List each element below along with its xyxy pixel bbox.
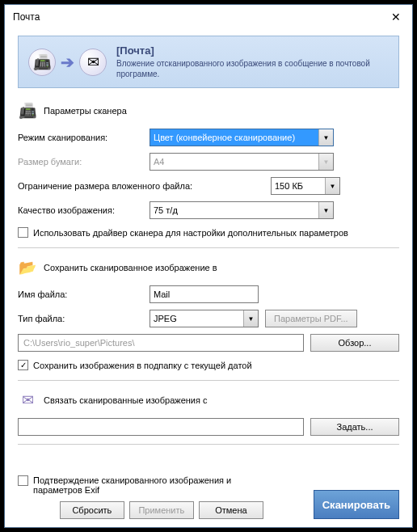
scanner-section-title: Параметры сканера [44,106,127,116]
divider [18,247,399,248]
pdf-params-button: Параметры PDF... [265,310,357,327]
window-title: Почта [13,11,40,23]
banner-description: Вложение отсканированного изображения в … [116,58,389,79]
use-driver-label: Использовать драйвер сканера для настрой… [33,228,348,238]
scan-mode-value: Цвет (конвейерное сканирование) [154,133,295,142]
divider [18,444,399,445]
image-quality-label: Качество изображения: [18,205,143,215]
chevron-down-icon: ▼ [243,310,258,327]
titlebar: Почта ✕ [5,5,412,29]
link-section-header: ✉ Связать сканированные изображения с [18,391,399,410]
arrow-icon: ➔ [61,53,74,72]
attachment-limit-label: Ограничение размера вложенного файла: [18,181,264,191]
confirm-label: Подтверждение сканированного изображения… [33,475,243,495]
paper-size-label: Размер бумаги: [18,157,143,167]
scanner-section-header: 📠 Параметры сканера [18,101,399,120]
confirm-checkbox[interactable] [18,475,28,486]
scan-mode-select[interactable]: Цвет (конвейерное сканирование) ▼ [150,129,334,146]
chevron-down-icon: ▼ [325,178,339,194]
attachment-limit-value: 150 КБ [275,181,303,191]
banner-icons: 📠 ➔ ✉ [28,49,107,76]
scanner-section-icon: 📠 [18,101,37,120]
scan-mode-label: Режим сканирования: [18,133,143,142]
paper-size-value: A4 [154,157,164,167]
use-driver-checkbox[interactable] [18,227,28,238]
subfolder-label: Сохранить изображения в подпапку с текущ… [33,361,252,370]
scan-button[interactable]: Сканировать [314,490,399,519]
save-section-title: Сохранить сканированное изображение в [44,263,217,272]
dialog-window: Почта ✕ 📠 ➔ ✉ [Почта] Вложение отсканиро… [4,4,413,528]
divider [18,380,399,381]
filename-label: Имя файла: [18,289,143,299]
link-display [18,418,304,436]
subfolder-checkbox[interactable]: ✓ [18,360,28,370]
filetype-select[interactable]: JPEG ▼ [150,310,259,327]
footer: Подтверждение сканированного изображения… [18,471,399,519]
image-quality-select[interactable]: 75 т/д ▼ [150,201,334,219]
banner: 📠 ➔ ✉ [Почта] Вложение отсканированного … [18,36,399,88]
banner-text: [Почта] Вложение отсканированного изобра… [116,44,389,79]
image-quality-value: 75 т/д [154,205,178,215]
cancel-button[interactable]: Отмена [199,501,263,519]
filetype-label: Тип файла: [18,314,143,323]
chevron-down-icon: ▼ [318,202,333,218]
content-area: 📠 ➔ ✉ [Почта] Вложение отсканированного … [5,29,412,527]
scanner-icon: 📠 [28,49,56,76]
link-section-title: Связать сканированные изображения с [44,395,208,405]
filetype-value: JPEG [154,314,177,323]
save-section-header: 📂 Сохранить сканированное изображение в [18,258,399,277]
apply-button: Применить [129,501,194,519]
folder-icon: 📂 [18,258,37,277]
paper-size-select: A4 ▼ [150,153,334,171]
browse-button[interactable]: Обзор... [310,334,399,352]
reset-button[interactable]: Сбросить [60,501,124,519]
mail-icon: ✉ [18,391,37,410]
filename-input[interactable] [150,285,259,303]
envelope-icon: ✉ [79,49,107,76]
chevron-down-icon: ▼ [318,129,333,146]
set-button[interactable]: Задать... [310,418,399,436]
close-button[interactable]: ✕ [388,11,404,23]
attachment-limit-select[interactable]: 150 КБ ▼ [271,177,340,195]
path-display: C:\Users\rio_super\Pictures\ [18,334,304,352]
banner-title: [Почта] [116,44,389,57]
chevron-down-icon: ▼ [318,154,333,170]
